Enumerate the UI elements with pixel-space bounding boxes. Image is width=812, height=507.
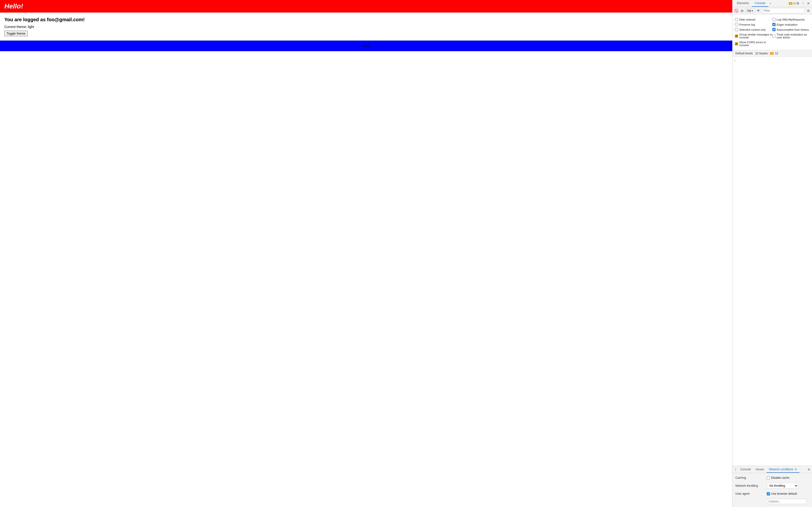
setting-treat-code-eval[interactable]: Treat code evaluation as user action (772, 33, 810, 39)
caching-row: Caching Disable cache (735, 476, 809, 480)
issues-bar: Default levels 12 Issues: ⚠ 12 (732, 50, 812, 57)
theme-label: Current theme: (4, 25, 27, 29)
bottom-tab-network-conditions-label: Network conditions (769, 468, 794, 471)
tab-icons: ⚠ 12 ⚙ ⋮ ✕ (790, 1, 811, 6)
setting-eager-evaluation[interactable]: Eager evaluation (772, 22, 810, 26)
gear-icon[interactable]: ⚙ (796, 1, 800, 6)
treat-code-eval-label: Treat code evaluation as user action (777, 33, 810, 39)
group-similar-label: Group similar messages in console (739, 33, 772, 39)
theme-value: light (28, 25, 34, 29)
close-devtools-icon[interactable]: ✕ (806, 1, 811, 6)
page-body: You are logged as foo@gmail.com! Current… (0, 12, 732, 41)
use-browser-default-label[interactable]: Use browser default (767, 492, 797, 495)
page-title: Hello! (4, 2, 728, 10)
issues-icon: ⚠ (789, 2, 793, 5)
clear-console-icon[interactable]: 🚫 (734, 8, 738, 13)
console-main: › (732, 57, 812, 466)
hide-network-checkbox[interactable] (735, 18, 738, 21)
setting-group-similar[interactable]: Group similar messages in console (735, 33, 772, 39)
use-browser-default-text: Use browser default (771, 492, 797, 495)
hide-network-label: Hide network (739, 18, 755, 21)
custom-user-agent-input[interactable] (767, 499, 806, 504)
bottom-tab-console[interactable]: Console (738, 466, 753, 473)
user-agent-row: User agent Use browser default (735, 492, 809, 495)
bottom-tab-network-conditions-close-icon[interactable]: ✕ (795, 468, 797, 471)
issues-label: 12 Issues: (755, 52, 768, 55)
disable-cache-label[interactable]: Disable cache (767, 476, 789, 480)
devtools-tab-bar: Elements Console » ⚠ 12 ⚙ ⋮ ✕ (732, 0, 812, 7)
preserve-log-label: Preserve log (739, 23, 755, 26)
throttling-select[interactable]: No throttling (767, 483, 798, 489)
issues-badge-icon[interactable]: ⚠ 12 (790, 1, 795, 6)
setting-hide-network[interactable]: Hide network (735, 17, 772, 21)
main-page: Hello! You are logged as foo@gmail.com! … (0, 0, 732, 507)
logged-in-text: You are logged as foo@gmail.com! (4, 17, 728, 22)
bottom-close-icon[interactable]: ✕ (807, 467, 811, 472)
throttling-label: Network throttling (735, 484, 764, 488)
use-browser-default-checkbox[interactable] (767, 492, 770, 495)
chevron-down-icon: ▾ (752, 9, 753, 12)
setting-show-cors[interactable]: Show CORS errors in console (735, 40, 772, 47)
bottom-tab-network-conditions[interactable]: Network conditions ✕ (767, 466, 800, 473)
bottom-tab-issues[interactable]: Issues (753, 466, 767, 473)
eager-evaluation-label: Eager evaluation (777, 23, 798, 26)
setting-selected-context-only[interactable]: Selected context only (735, 27, 772, 32)
autocomplete-from-history-label: Autocomplete from history (777, 28, 809, 31)
bottom-panel: ⋮ Console Issues Network conditions ✕ ✕ … (732, 466, 812, 507)
blue-banner: secret (0, 41, 732, 51)
log-xml-checkbox[interactable] (772, 18, 775, 21)
disable-icon[interactable]: ⊘ (740, 8, 744, 13)
user-agent-label: User agent (735, 492, 764, 495)
toggle-theme-button[interactable]: Toggle theme (4, 31, 28, 36)
eager-evaluation-checkbox[interactable] (772, 23, 775, 26)
settings-col-left: Hide network Preserve log Selected conte… (735, 16, 772, 48)
setting-preserve-log[interactable]: Preserve log (735, 22, 772, 26)
console-chevron[interactable]: › (734, 58, 810, 63)
theme-row: Current theme: light (4, 25, 728, 29)
log-xml-label: Log XMLHttpRequests (777, 18, 805, 21)
disable-cache-checkbox[interactable] (767, 476, 770, 480)
network-conditions-content: Caching Disable cache Network throttling… (732, 473, 812, 507)
default-levels-button[interactable]: Default levels (734, 51, 754, 56)
filter-input[interactable] (762, 8, 805, 13)
settings-row-1: Hide network Preserve log Selected conte… (735, 16, 810, 48)
devtools-panel: Elements Console » ⚠ 12 ⚙ ⋮ ✕ 🚫 ⊘ top ▾ … (732, 0, 812, 507)
console-settings-panel: Hide network Preserve log Selected conte… (732, 14, 812, 50)
bottom-tab-bar: ⋮ Console Issues Network conditions ✕ ✕ (732, 466, 812, 473)
context-selector[interactable]: top ▾ (746, 8, 755, 13)
tab-console[interactable]: Console (752, 0, 768, 7)
console-toolbar: 🚫 ⊘ top ▾ 👁 ⚙ (732, 7, 812, 14)
setting-autocomplete-from-history[interactable]: Autocomplete from history (772, 27, 810, 32)
context-label: top (747, 9, 751, 12)
console-settings-gear-icon[interactable]: ⚙ (806, 8, 811, 13)
issues-number: 12 (775, 52, 778, 55)
caching-label: Caching (735, 476, 764, 480)
selected-context-only-label: Selected context only (739, 28, 766, 31)
show-cors-label: Show CORS errors in console (739, 41, 772, 47)
bottom-tab-icons: ✕ (807, 467, 811, 472)
tab-elements[interactable]: Elements (734, 0, 752, 7)
disable-cache-text: Disable cache (771, 476, 789, 480)
setting-log-xml[interactable]: Log XMLHttpRequests (772, 17, 810, 21)
preserve-log-checkbox[interactable] (735, 23, 738, 26)
throttling-row: Network throttling No throttling (735, 483, 809, 489)
settings-col-right: Log XMLHttpRequests Eager evaluation Aut… (772, 16, 810, 48)
issues-warning-icon: ⚠ (770, 52, 773, 55)
show-cors-checkbox[interactable] (735, 42, 738, 45)
custom-row (735, 499, 809, 504)
page-header: Hello! (0, 0, 732, 12)
secret-text: secret (362, 44, 370, 48)
bottom-more-icon[interactable]: ⋮ (733, 467, 738, 472)
group-similar-checkbox[interactable] (735, 35, 738, 38)
tab-more[interactable]: » (768, 1, 773, 6)
more-icon[interactable]: ⋮ (801, 1, 805, 6)
autocomplete-from-history-checkbox[interactable] (772, 28, 775, 31)
eye-icon[interactable]: 👁 (756, 8, 761, 13)
selected-context-only-checkbox[interactable] (735, 28, 738, 31)
treat-code-eval-checkbox[interactable] (772, 35, 775, 38)
